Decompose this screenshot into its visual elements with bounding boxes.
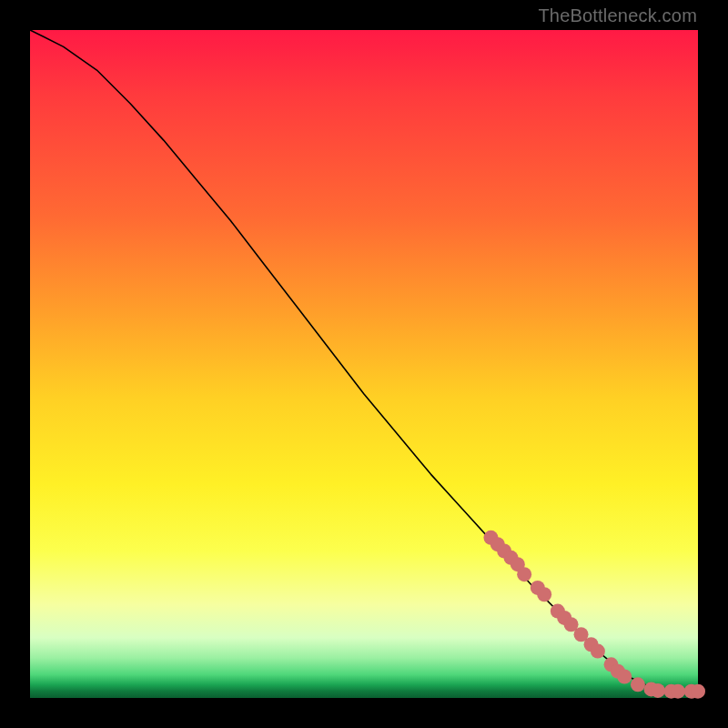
attribution-text: TheBottleneck.com: [538, 5, 697, 26]
chart-frame: TheBottleneck.com: [0, 0, 728, 728]
marker-point: [631, 677, 645, 692]
marker-point: [671, 684, 685, 699]
marker-point: [537, 587, 551, 602]
marker-point: [591, 644, 605, 659]
chart-svg: [30, 30, 698, 698]
marker-point: [651, 683, 665, 698]
curve-line: [30, 30, 698, 692]
marker-point: [517, 567, 531, 581]
marker-point: [617, 670, 632, 684]
plot-area: [30, 30, 698, 698]
marker-group: [483, 531, 705, 699]
marker-point: [691, 684, 705, 699]
